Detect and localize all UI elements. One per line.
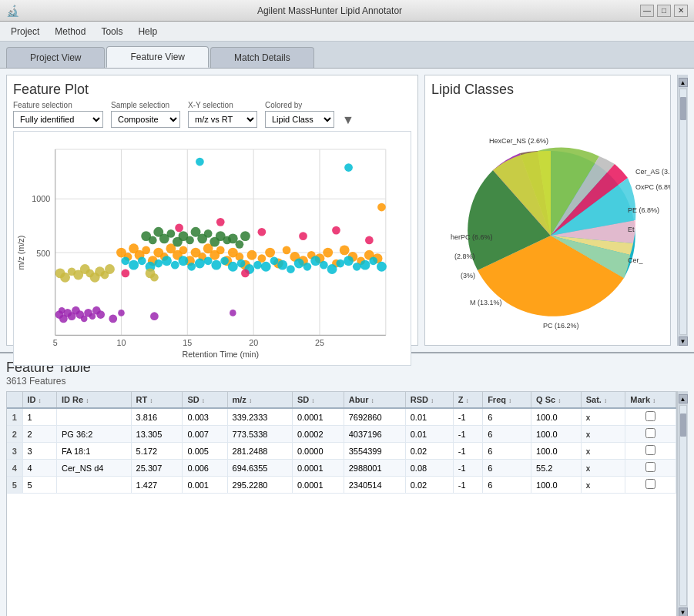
cell-id-re	[57, 408, 132, 426]
svg-point-103	[287, 265, 295, 273]
col-z[interactable]: Z ↕	[453, 392, 482, 408]
table-row: 3 3 FA 18:1 5.172 0.005 281.2488 0.0000 …	[7, 443, 676, 460]
cell-rt: 13.305	[131, 426, 183, 443]
row-num-4: 4	[7, 460, 22, 477]
svg-point-35	[230, 310, 236, 316]
sample-selection-dropdown[interactable]: Composite All samples	[111, 111, 180, 128]
menu-bar: Project Method Tools Help	[0, 22, 694, 42]
cell-id-re: Cer_NS d4	[57, 460, 132, 477]
cell-sd1: 0.001	[183, 477, 227, 494]
app-title: Agilent MassHunter Lipid Annotator	[19, 5, 640, 16]
table-scroll-up[interactable]: ▲	[679, 394, 688, 403]
scroll-up-arrow[interactable]: ▲	[679, 78, 688, 87]
scroll-down-arrow[interactable]: ▼	[679, 336, 688, 346]
col-mark[interactable]: Mark ↕	[625, 392, 676, 408]
svg-text:OxPC (6.8%): OxPC (6.8%)	[635, 183, 670, 191]
svg-point-88	[162, 256, 172, 266]
svg-point-122	[186, 236, 194, 245]
svg-point-102	[277, 260, 287, 270]
tab-project-view[interactable]: Project View	[6, 47, 105, 68]
cell-rt: 1.427	[131, 477, 183, 494]
scroll-track	[679, 89, 687, 335]
mark-checkbox-5[interactable]	[645, 479, 655, 489]
cell-sd1: 0.003	[183, 408, 227, 426]
cell-mz: 339.2333	[227, 408, 292, 426]
cell-mark[interactable]	[625, 443, 676, 460]
col-mz[interactable]: m/z ↕	[227, 392, 292, 408]
col-abur[interactable]: Abur ↕	[344, 392, 405, 408]
feature-table-wrapper[interactable]: ID ↕ ID Re ↕ RT ↕ SD ↕ m/z ↕ SD ↕ Abur ↕…	[6, 391, 677, 616]
col-rt[interactable]: RT ↕	[131, 392, 183, 408]
feature-selection-dropdown[interactable]: Fully identified All features Partially …	[13, 111, 103, 128]
svg-text:M (13.1%): M (13.1%)	[470, 299, 502, 306]
close-button[interactable]: ✕	[674, 5, 688, 17]
col-id[interactable]: ID ↕	[22, 392, 57, 408]
svg-text:PC (16.2%): PC (16.2%)	[543, 322, 579, 330]
tab-feature-view[interactable]: Feature View	[106, 46, 208, 68]
cell-freq: 6	[483, 477, 531, 494]
svg-point-136	[332, 226, 340, 235]
mark-checkbox-2[interactable]	[645, 428, 655, 438]
minimize-button[interactable]: —	[640, 5, 654, 17]
cell-mark[interactable]	[625, 477, 676, 494]
cell-id: 1	[22, 408, 57, 426]
cell-rsd: 0.02	[405, 477, 453, 494]
col-sd1[interactable]: SD ↕	[183, 392, 227, 408]
cell-id-re	[57, 477, 132, 494]
mark-checkbox-1[interactable]	[645, 411, 655, 421]
mark-checkbox-3[interactable]	[645, 445, 655, 455]
cell-sat: x	[581, 477, 625, 494]
svg-point-101	[270, 256, 279, 265]
table-scroll-down[interactable]: ▼	[679, 608, 688, 616]
col-qsc[interactable]: Q Sc ↕	[531, 392, 582, 408]
svg-point-111	[353, 263, 361, 271]
col-rsd[interactable]: RSD ↕	[405, 392, 453, 408]
svg-text:25: 25	[315, 338, 324, 347]
cell-sd1: 0.005	[183, 443, 227, 460]
svg-point-30	[96, 310, 105, 319]
table-header-row: ID ↕ ID Re ↕ RT ↕ SD ↕ m/z ↕ SD ↕ Abur ↕…	[7, 392, 676, 408]
cell-z: -1	[453, 460, 482, 477]
svg-point-105	[303, 263, 312, 271]
menu-method[interactable]: Method	[47, 24, 93, 39]
mark-checkbox-4[interactable]	[645, 462, 655, 472]
svg-point-83	[121, 256, 129, 265]
cell-sd2: 0.0001	[292, 460, 344, 477]
maximize-button[interactable]: □	[657, 5, 671, 17]
cell-sd1: 0.007	[183, 426, 227, 443]
cell-qsc: 100.0	[531, 477, 582, 494]
svg-point-133	[216, 218, 225, 226]
cell-mz: 281.2488	[227, 443, 292, 460]
cell-mark[interactable]	[625, 408, 676, 426]
cell-sd2: 0.0000	[292, 443, 344, 460]
col-sat[interactable]: Sat. ↕	[581, 392, 625, 408]
col-id-re[interactable]: ID Re ↕	[57, 392, 132, 408]
colored-by-dropdown[interactable]: Lipid Class Sample Feature	[265, 111, 334, 128]
cell-sd2: 0.0001	[292, 408, 344, 426]
col-sd2[interactable]: SD ↕	[292, 392, 344, 408]
svg-point-97	[237, 259, 246, 268]
scatter-plot-area[interactable]: 1000 500 5 10 15 20 25 Retention Time (m…	[13, 131, 411, 366]
svg-point-78	[340, 245, 350, 255]
tab-match-details[interactable]: Match Details	[210, 47, 314, 68]
cell-sat: x	[581, 443, 625, 460]
cell-sat: x	[581, 426, 625, 443]
svg-point-85	[138, 256, 146, 265]
svg-point-106	[310, 256, 320, 266]
menu-help[interactable]: Help	[130, 24, 165, 39]
cell-mark[interactable]	[625, 426, 676, 443]
menu-tools[interactable]: Tools	[93, 24, 130, 39]
svg-point-131	[240, 231, 250, 241]
menu-project[interactable]: Project	[3, 24, 47, 39]
cell-abur: 7692860	[344, 408, 405, 426]
feature-table-section: Feature Table 3613 Features ID ↕ ID Re ↕…	[0, 353, 694, 616]
cell-id: 4	[22, 460, 57, 477]
cell-mark[interactable]	[625, 460, 676, 477]
cell-abur: 2988001	[344, 460, 405, 477]
svg-point-95	[220, 256, 229, 265]
svg-point-107	[320, 261, 328, 270]
table-row: 4 4 Cer_NS d4 25.307 0.006 694.6355 0.00…	[7, 460, 676, 477]
cell-z: -1	[453, 408, 482, 426]
col-freq[interactable]: Freq ↕	[483, 392, 531, 408]
xy-selection-dropdown[interactable]: m/z vs RT RT vs m/z	[188, 111, 257, 128]
